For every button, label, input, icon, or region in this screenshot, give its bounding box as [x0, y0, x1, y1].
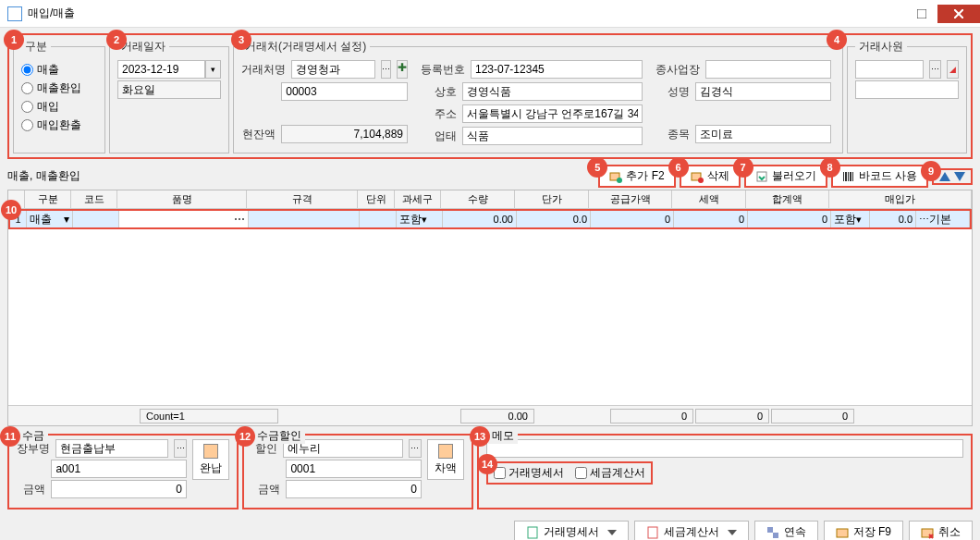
close-button[interactable] [937, 5, 980, 23]
date-dropdown-icon[interactable]: ▾ [205, 60, 221, 79]
col-total[interactable]: 합계액 [746, 190, 829, 208]
grid-footer: Count=1 0.00 0 0 0 [8, 405, 972, 425]
svg-rect-12 [852, 172, 853, 181]
salesperson-search-button[interactable]: ⋯ [929, 60, 941, 79]
customer-search-button[interactable]: ⋯ [381, 60, 391, 79]
marker-10: 10 [1, 200, 21, 220]
maximize-button[interactable] [908, 5, 936, 23]
table-row[interactable]: 10 1 매출 ▾ ⋯ 포함 ▾ 0.00 0.0 0 0 0 포함 ▾ 0.0… [8, 209, 972, 229]
marker-5: 5 [587, 157, 607, 178]
item-input[interactable] [695, 125, 831, 143]
col-name[interactable]: 품명 [117, 190, 247, 208]
cancel-button[interactable]: 취소 [909, 521, 973, 540]
book-code-input[interactable] [51, 460, 187, 478]
full-payment-button[interactable]: 완납 [192, 439, 229, 480]
delete-row-button[interactable]: 6삭제 [680, 165, 741, 188]
marker-6: 6 [668, 157, 689, 178]
taxinvoice-button[interactable]: 세금계산서 [634, 521, 749, 540]
statement-button[interactable]: 거래명세서 [514, 521, 629, 540]
customer-legend: 거래처(거래명세서 설정) [241, 39, 370, 55]
move-down-button[interactable] [954, 172, 965, 181]
marker-1: 1 [4, 30, 24, 50]
cell-code[interactable] [73, 211, 119, 227]
radio-sales-return[interactable]: 매출환입 [21, 79, 97, 97]
action-bar: 거래명세서 세금계산서 연속 저장 F9 취소 [0, 515, 980, 540]
grid-body[interactable] [8, 229, 972, 405]
cell-qty[interactable]: 0.00 [443, 211, 517, 227]
save-button[interactable]: 저장 F9 [824, 521, 903, 540]
cell-unit[interactable] [360, 211, 397, 227]
discount-code-input[interactable] [286, 460, 422, 478]
type-legend: 구분 [21, 39, 51, 55]
cell-intype[interactable]: ⋯ 기본 [916, 211, 970, 227]
marker-9: 9 [921, 161, 941, 181]
book-input[interactable] [55, 439, 168, 458]
marker-11: 11 [0, 426, 20, 447]
col-price[interactable]: 단가 [515, 190, 589, 208]
col-spec[interactable]: 규격 [247, 190, 358, 208]
col-code[interactable]: 코드 [71, 190, 117, 208]
reorder-buttons: 9 [932, 168, 973, 185]
col-vat[interactable]: 세액 [672, 190, 746, 208]
cell-type[interactable]: 매출 ▾ [27, 211, 73, 227]
col-tax[interactable]: 과세구 [395, 190, 441, 208]
barcode-button[interactable]: 8바코드 사용 [831, 165, 928, 188]
discount-search-button[interactable]: ⋯ [409, 439, 422, 458]
add-row-button[interactable]: 5추가 F2 [598, 165, 675, 188]
col-qty[interactable]: 수량 [441, 190, 515, 208]
line-grid: 구분 코드 품명 규격 단위 과세구 수량 단가 공급가액 세액 합계액 매입가… [7, 190, 973, 426]
salesperson-input[interactable] [855, 60, 924, 79]
regno-input[interactable] [471, 60, 643, 79]
grid-header: 구분 코드 품명 규격 단위 과세구 수량 단가 공급가액 세액 합계액 매입가 [8, 190, 972, 209]
cell-name[interactable]: ⋯ [119, 211, 249, 227]
delete-icon [691, 170, 704, 183]
load-icon [755, 170, 768, 183]
collection-amount-input[interactable] [51, 480, 187, 498]
ceo-input[interactable] [695, 82, 831, 101]
count-label: Count=1 [140, 409, 278, 423]
book-search-button[interactable]: ⋯ [174, 439, 187, 458]
customer-fieldset: 거래처(거래명세서 설정) 거래처명⋯✚ 현잔액 등록번호 상호 주소 업태 종… [233, 39, 843, 153]
titlebar: 매입/매출 [0, 0, 980, 28]
difference-icon [438, 444, 453, 459]
col-supply[interactable]: 공급가액 [589, 190, 672, 208]
radio-sales[interactable]: 매출 [21, 60, 97, 79]
col-inprice[interactable]: 매입가 [829, 190, 972, 208]
memo-input[interactable] [486, 439, 963, 458]
save-icon [836, 526, 849, 539]
salesperson-code-input[interactable] [855, 80, 959, 99]
difference-button[interactable]: 차액 [427, 439, 464, 480]
customer-name-input[interactable] [291, 60, 375, 79]
col-unit[interactable]: 단위 [358, 190, 395, 208]
sum-vat: 0 [695, 409, 769, 423]
chevron-down-icon [607, 530, 617, 535]
statement-checkbox[interactable]: 거래명세서 [494, 465, 564, 481]
cell-vat[interactable]: 0 [674, 211, 748, 227]
date-fieldset: 거래일자 ▾ 화요일 [109, 39, 229, 153]
radio-purchase[interactable]: 매입 [21, 97, 97, 116]
company-input[interactable] [462, 82, 643, 101]
radio-purchase-return[interactable]: 매입환출 [21, 116, 97, 134]
cell-intax[interactable]: 포함 ▾ [831, 211, 870, 227]
marker-2: 2 [106, 30, 127, 50]
cell-total[interactable]: 0 [748, 211, 831, 227]
discount-amount-input[interactable] [286, 480, 422, 498]
cell-inprice[interactable]: 0.0 [870, 211, 916, 227]
branch-input[interactable] [705, 60, 831, 79]
biztype-input[interactable] [462, 127, 643, 145]
load-button[interactable]: 7불러오기 [744, 165, 827, 188]
customer-add-button[interactable]: ✚ [397, 60, 408, 79]
cell-price[interactable]: 0.0 [517, 211, 591, 227]
date-input[interactable] [117, 60, 205, 79]
cell-spec[interactable] [249, 211, 360, 227]
memo-fieldset: 13 메모 14 거래명세서 세금계산서 [477, 434, 973, 509]
svg-rect-9 [845, 172, 847, 181]
col-type[interactable]: 구분 [25, 190, 71, 208]
addr-input[interactable] [462, 104, 643, 123]
cell-supply[interactable]: 0 [591, 211, 674, 227]
continue-button[interactable]: 연속 [754, 521, 818, 540]
salesperson-clear-button[interactable]: ◢ [947, 60, 959, 79]
customer-code-input[interactable] [281, 82, 408, 101]
cell-tax[interactable]: 포함 ▾ [397, 211, 443, 227]
taxinvoice-checkbox[interactable]: 세금계산서 [575, 465, 645, 481]
